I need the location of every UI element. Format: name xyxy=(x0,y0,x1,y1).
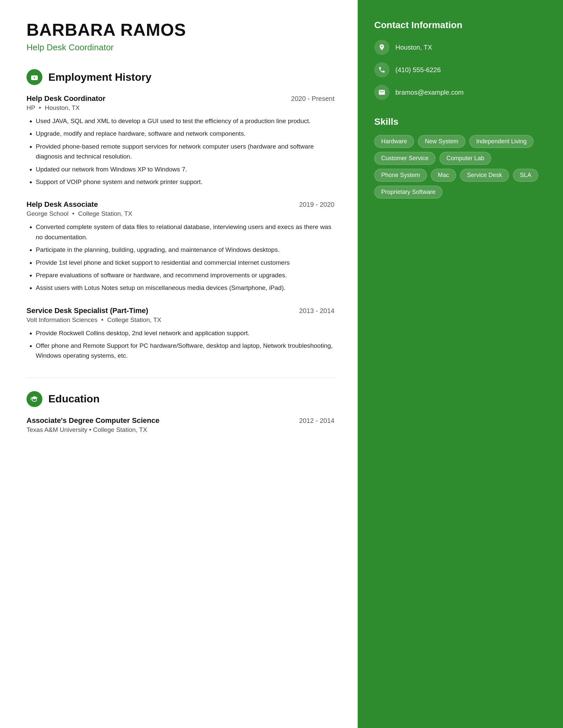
job-dates-2: 2013 - 2014 xyxy=(299,307,335,315)
job-title-0: Help Desk Coordinator xyxy=(26,94,105,103)
skill-badge: Independent Living xyxy=(469,135,534,148)
email-text: bramos@example.com xyxy=(396,89,464,96)
job-header-2: Service Desk Specialist (Part-Time) 2013… xyxy=(26,306,335,315)
bullet: Used JAVA, SQL and XML to develop a GUI … xyxy=(36,116,335,126)
left-panel: BARBARA RAMOS Help Desk Coordinator Empl… xyxy=(0,0,358,728)
divider xyxy=(26,378,335,378)
job-bullets-1: Converted complete system of data files … xyxy=(26,222,335,293)
location-icon xyxy=(374,40,390,55)
job-bullets-0: Used JAVA, SQL and XML to develop a GUI … xyxy=(26,116,335,187)
job-dates-0: 2020 - Present xyxy=(291,95,335,103)
job-block-0: Help Desk Coordinator 2020 - Present HP … xyxy=(26,94,335,187)
contact-section-title: Contact Information xyxy=(374,20,546,30)
skills-list: Hardware New System Independent Living C… xyxy=(374,135,546,199)
job-title-1: Help Desk Associate xyxy=(26,200,98,209)
bullet: Prepare evaluations of software or hardw… xyxy=(36,270,335,280)
skill-badge: Mac xyxy=(431,169,456,182)
contact-location: Houston, TX xyxy=(374,40,546,55)
job-block-2: Service Desk Specialist (Part-Time) 2013… xyxy=(26,306,335,361)
skill-badge: New System xyxy=(418,135,465,148)
contact-section: Contact Information Houston, TX (410) 55… xyxy=(374,20,546,100)
skill-badge: Phone System xyxy=(374,169,427,182)
bullet: Provide 1st level phone and ticket suppo… xyxy=(36,258,335,268)
candidate-title: Help Desk Coordinator xyxy=(26,42,335,53)
job-meta-0: HP • Houston, TX xyxy=(26,104,335,112)
edu-header-0: Associate's Degree Computer Science 2012… xyxy=(26,416,335,425)
bullet: Provide Rockwell Collins desktop, 2nd le… xyxy=(36,328,335,338)
education-title: Education xyxy=(48,393,100,405)
skill-badge: SLA xyxy=(513,169,538,182)
education-section-header: Education xyxy=(26,391,335,407)
bullet: Participate in the planning, building, u… xyxy=(36,245,335,255)
education-section: Education Associate's Degree Computer Sc… xyxy=(26,391,335,433)
edu-block-0: Associate's Degree Computer Science 2012… xyxy=(26,416,335,433)
location-text: Houston, TX xyxy=(396,44,432,51)
edu-dates-0: 2012 - 2014 xyxy=(299,417,335,425)
skill-badge: Computer Lab xyxy=(440,152,491,165)
phone-icon xyxy=(374,62,390,77)
employment-icon xyxy=(26,69,42,85)
skills-section: Skills Hardware New System Independent L… xyxy=(374,116,546,199)
job-title-2: Service Desk Specialist (Part-Time) xyxy=(26,306,148,315)
bullet: Support of VOIP phone system and network… xyxy=(36,177,335,187)
contact-phone: (410) 555-6226 xyxy=(374,62,546,77)
bullet: Updated our network from Windows XP to W… xyxy=(36,164,335,174)
job-block-1: Help Desk Associate 2019 - 2020 George S… xyxy=(26,200,335,293)
job-meta-2: Volt Information Sciences • College Stat… xyxy=(26,316,335,324)
bullet: Converted complete system of data files … xyxy=(36,222,335,242)
skill-badge: Service Desk xyxy=(460,169,509,182)
candidate-name: BARBARA RAMOS xyxy=(26,20,335,40)
skill-badge: Proprietary Software xyxy=(374,186,443,199)
education-icon xyxy=(26,391,42,407)
job-header-1: Help Desk Associate 2019 - 2020 xyxy=(26,200,335,209)
bullet: Provided phone-based remote support serv… xyxy=(36,142,335,162)
employment-title: Employment History xyxy=(48,71,151,83)
skills-section-title: Skills xyxy=(374,116,546,127)
skill-badge: Hardware xyxy=(374,135,414,148)
bullet: Offer phone and Remote Support for PC ha… xyxy=(36,341,335,361)
employment-section-header: Employment History xyxy=(26,69,335,85)
email-icon xyxy=(374,85,390,100)
bullet: Upgrade, modify and replace hardware, so… xyxy=(36,129,335,139)
skill-badge: Customer Service xyxy=(374,152,436,165)
right-panel: Contact Information Houston, TX (410) 55… xyxy=(358,0,563,728)
job-header-0: Help Desk Coordinator 2020 - Present xyxy=(26,94,335,103)
job-bullets-2: Provide Rockwell Collins desktop, 2nd le… xyxy=(26,328,335,361)
edu-meta-0: Texas A&M University • College Station, … xyxy=(26,426,335,433)
edu-degree-0: Associate's Degree Computer Science xyxy=(26,416,159,425)
job-meta-1: George School • College Station, TX xyxy=(26,210,335,217)
employment-section: Employment History Help Desk Coordinator… xyxy=(26,69,335,361)
bullet: Assist users with Lotus Notes setup on m… xyxy=(36,283,335,293)
contact-email: bramos@example.com xyxy=(374,85,546,100)
job-dates-1: 2019 - 2020 xyxy=(299,201,335,208)
phone-text: (410) 555-6226 xyxy=(396,66,441,74)
